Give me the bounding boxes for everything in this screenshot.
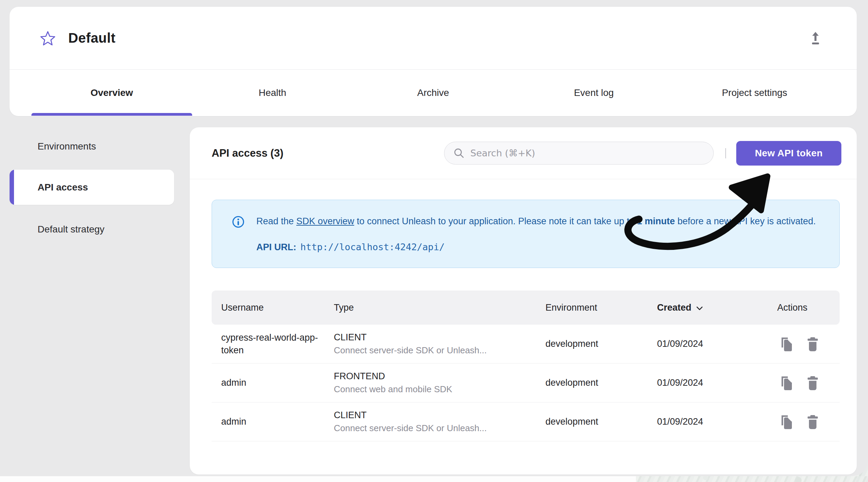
cell-username: cypress-real-world-app-token: [212, 331, 334, 357]
alert-text: Read the SDK overview to connect Unleash…: [256, 214, 816, 254]
copy-token-button[interactable]: [777, 412, 795, 431]
tab-label: Project settings: [722, 87, 787, 98]
trash-icon: [806, 414, 820, 430]
sidebar-item-label: Environments: [38, 141, 96, 152]
new-api-token-button[interactable]: New API token: [736, 141, 841, 166]
project-header-card: Default Overview Health Archive: [10, 7, 857, 116]
active-item-indicator: [10, 170, 14, 205]
active-tab-indicator: [31, 113, 192, 116]
tab-archive[interactable]: Archive: [353, 70, 514, 116]
header-created-label: Created: [657, 302, 692, 313]
copy-icon: [779, 375, 793, 391]
table-row: admin CLIENT Connect server-side SDK or …: [212, 402, 840, 441]
sidebar-item-default-strategy[interactable]: Default strategy: [10, 215, 174, 244]
sidebar-item-api-access[interactable]: API access: [10, 170, 174, 205]
token-type: CLIENT: [334, 410, 537, 421]
screen: Default Overview Health Archive: [0, 0, 868, 482]
trash-icon: [806, 336, 820, 352]
search-input[interactable]: [444, 142, 714, 165]
copy-token-button[interactable]: [777, 373, 795, 393]
cell-created: 01/09/2024: [650, 339, 766, 349]
copy-icon: [779, 336, 793, 352]
trash-icon: [806, 375, 820, 391]
delete-token-button[interactable]: [804, 335, 822, 354]
tab-label: Health: [259, 87, 286, 98]
cell-type: CLIENT Connect server-side SDK or Unleas…: [334, 410, 545, 434]
copy-icon: [779, 414, 793, 430]
tab-health[interactable]: Health: [192, 70, 353, 116]
alert-text-part: Read the: [256, 216, 296, 226]
table-header-row: Username Type Environment Created Action…: [212, 290, 840, 325]
alert-text-part: before a new API key is activated.: [675, 216, 816, 226]
sidebar-item-label: API access: [38, 182, 88, 193]
api-url-value: http://localhost:4242/api/: [300, 242, 445, 252]
panel-title: API access (3): [212, 147, 283, 159]
sidebar-item-label: Default strategy: [38, 224, 104, 235]
header-username: Username: [212, 301, 334, 314]
info-alert: Read the SDK overview to connect Unleash…: [212, 200, 840, 268]
tab-label: Event log: [574, 87, 614, 98]
header-actions: Actions: [766, 302, 840, 313]
token-type-description: Connect web and mobile SDK: [334, 384, 537, 395]
header-type: Type: [334, 302, 545, 313]
cell-actions: [766, 412, 840, 431]
api-access-panel: API access (3) New API token: [190, 127, 857, 474]
cell-created: 01/09/2024: [650, 416, 766, 427]
cell-environment: development: [545, 339, 650, 349]
api-tokens-table: Username Type Environment Created Action…: [212, 290, 840, 441]
panel-body: Read the SDK overview to connect Unleash…: [190, 200, 857, 441]
panel-header: API access (3) New API token: [190, 127, 857, 179]
upload-icon: [808, 31, 823, 45]
tab-label: Overview: [90, 87, 133, 98]
cell-created: 01/09/2024: [650, 378, 766, 388]
api-url-label: API URL:: [256, 242, 296, 252]
token-type: CLIENT: [334, 332, 537, 343]
search-icon: [453, 147, 465, 159]
cell-actions: [766, 335, 840, 354]
project-header: Default: [10, 7, 857, 70]
header-environment: Environment: [545, 302, 650, 313]
token-type-description: Connect server-side SDK or Unleash...: [334, 345, 537, 356]
cell-environment: development: [545, 416, 650, 427]
favorite-star-button[interactable]: [39, 29, 57, 47]
alert-text-part: to connect Unleash to your application. …: [354, 216, 637, 226]
tab-event-log[interactable]: Event log: [513, 70, 674, 116]
cell-username: admin: [212, 377, 334, 389]
tab-overview[interactable]: Overview: [31, 70, 192, 116]
sdk-overview-link[interactable]: SDK overview: [296, 216, 354, 226]
token-type: FRONTEND: [334, 371, 537, 382]
header-created-sort[interactable]: Created: [650, 302, 766, 313]
tab-label: Archive: [417, 87, 449, 98]
cell-environment: development: [545, 378, 650, 388]
tab-project-settings[interactable]: Project settings: [674, 70, 835, 116]
cell-type: CLIENT Connect server-side SDK or Unleas…: [334, 332, 545, 356]
alert-text-bold: 1 minute: [637, 216, 675, 226]
project-tabs: Overview Health Archive Event log Projec…: [10, 70, 857, 116]
settings-sidebar: Environments API access Default strategy: [10, 127, 174, 244]
cell-username: admin: [212, 415, 334, 428]
search-box: [444, 142, 714, 165]
vertical-divider: [725, 148, 726, 158]
star-icon: [40, 30, 56, 46]
delete-token-button[interactable]: [804, 412, 822, 431]
delete-token-button[interactable]: [804, 373, 822, 393]
alert-message: Read the SDK overview to connect Unleash…: [256, 214, 816, 228]
table-row: admin FRONTEND Connect web and mobile SD…: [212, 364, 840, 402]
sidebar-item-environments[interactable]: Environments: [10, 133, 174, 160]
page-title: Default: [68, 30, 115, 46]
background-texture: [636, 476, 868, 482]
cell-actions: [766, 373, 840, 393]
export-button[interactable]: [808, 31, 823, 45]
chevron-down-icon: [696, 306, 703, 311]
token-type-description: Connect server-side SDK or Unleash...: [334, 423, 537, 434]
cell-type: FRONTEND Connect web and mobile SDK: [334, 371, 545, 395]
api-url-line: API URL:http://localhost:4242/api/: [256, 240, 816, 254]
info-icon: [232, 215, 245, 228]
table-row: cypress-real-world-app-token CLIENT Conn…: [212, 325, 840, 364]
copy-token-button[interactable]: [777, 335, 795, 354]
